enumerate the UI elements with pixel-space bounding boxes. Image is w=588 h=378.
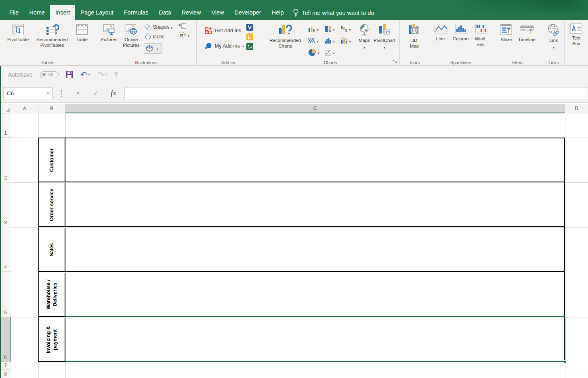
text-box-button[interactable]: Text Box xyxy=(568,21,585,47)
insert-statistic-chart-button[interactable] xyxy=(324,35,340,46)
row-header-6[interactable]: 6 xyxy=(0,317,11,362)
row-header-2[interactable]: 2 xyxy=(0,138,11,182)
tab-formulas[interactable]: Formulas xyxy=(119,5,153,20)
visio-data-visualizer-icon[interactable] xyxy=(246,24,253,31)
insert-combo-chart-button[interactable] xyxy=(340,35,356,46)
people-graph-icon[interactable] xyxy=(246,43,253,50)
column-header-a[interactable]: A xyxy=(11,104,38,113)
links-group-label: Links xyxy=(543,60,564,65)
row-header-4[interactable]: 4 xyxy=(0,227,11,272)
3d-models-dropdown-caret-icon[interactable] xyxy=(155,44,160,53)
my-addins-dropdown-caret-icon[interactable] xyxy=(242,43,244,49)
column-sparkline-button[interactable]: Column xyxy=(452,21,470,42)
enter-button[interactable]: ✓ xyxy=(89,87,103,99)
recommended-charts-label: Recommended Charts xyxy=(265,38,305,49)
insert-column-or-bar-chart-button[interactable] xyxy=(308,23,324,35)
get-addins-button[interactable]: Get Add-ins xyxy=(204,25,244,36)
redo-button[interactable]: ↷ ▾ xyxy=(97,71,107,79)
tab-data[interactable]: Data xyxy=(153,5,176,20)
tab-insert[interactable]: Insert xyxy=(50,5,75,20)
winloss-sparkline-button[interactable]: Win/Loss xyxy=(472,21,490,48)
titlebar-decoration xyxy=(418,0,588,14)
insert-waterfall-or-stock-chart-button[interactable] xyxy=(340,23,356,35)
get-addins-icon xyxy=(204,27,212,35)
cell-b6[interactable]: Invoicing & payment xyxy=(39,318,65,361)
cell-c4[interactable] xyxy=(66,228,564,271)
insert-scatter-or-bubble-chart-button[interactable] xyxy=(324,46,340,58)
winloss-sparkline-icon xyxy=(473,23,489,35)
ribbon-tab-bar: File Home Insert Page Layout Formulas Da… xyxy=(0,0,588,20)
bing-maps-icon[interactable] xyxy=(246,33,253,40)
tables-group-label: Tables xyxy=(0,60,96,65)
slicer-button[interactable]: Slicer xyxy=(498,21,514,43)
cell-b2[interactable]: Customer xyxy=(39,138,65,182)
slicer-icon xyxy=(500,23,513,36)
insert-pie-or-doughnut-chart-button[interactable] xyxy=(308,46,324,58)
tab-developer[interactable]: Developer xyxy=(229,5,267,20)
pictures-button[interactable]: Pictures xyxy=(99,21,119,43)
cell-c2[interactable] xyxy=(66,138,564,182)
insert-line-or-area-chart-button[interactable] xyxy=(308,35,324,46)
group-sparklines: Line Column xyxy=(429,20,492,65)
screenshot-button[interactable] xyxy=(178,31,193,39)
autosave-toggle[interactable]: Off xyxy=(40,71,59,78)
column-header-d[interactable]: D xyxy=(565,104,588,113)
icons-button[interactable]: Icons xyxy=(144,33,178,40)
row-header-3[interactable]: 3 xyxy=(0,182,11,227)
insert-hierarchy-chart-button[interactable] xyxy=(324,23,340,35)
my-addins-button[interactable]: My Add-ins xyxy=(204,41,244,51)
column-header-b[interactable]: B xyxy=(38,104,65,113)
cell-b5[interactable]: Warehouse / Deliveries xyxy=(39,273,65,316)
online-pictures-button[interactable]: Online Pictures xyxy=(119,21,144,48)
row-header-1[interactable]: 1 xyxy=(0,113,11,138)
row-header-5[interactable]: 5 xyxy=(0,272,11,317)
cell-c5[interactable] xyxy=(66,273,564,316)
screenshot-dropdown-caret-icon[interactable] xyxy=(188,31,190,39)
pivottable-button[interactable]: PivotTable xyxy=(6,21,30,43)
3d-map-button[interactable]: 3D Map xyxy=(406,21,422,49)
tab-page-layout[interactable]: Page Layout xyxy=(75,5,118,20)
select-all-button[interactable] xyxy=(0,104,11,113)
tab-review[interactable]: Review xyxy=(176,5,206,20)
row-header-8[interactable]: 8 xyxy=(0,370,11,378)
table-button[interactable]: Table xyxy=(74,21,90,43)
swimlane-sales: Sales xyxy=(39,228,564,272)
shapes-button[interactable]: Shapes xyxy=(144,23,178,31)
tab-view[interactable]: View xyxy=(206,5,229,20)
formula-input[interactable] xyxy=(124,87,588,99)
cell-b3[interactable]: Order service xyxy=(39,183,65,226)
maps-globe-icon xyxy=(357,23,371,37)
timeline-button[interactable]: Timeline xyxy=(517,21,537,43)
tab-home[interactable]: Home xyxy=(24,5,50,20)
tell-me-box[interactable]: Tell me what you want to do xyxy=(289,5,378,20)
insert-function-button[interactable]: fx xyxy=(107,87,120,99)
swimlane-warehouse-deliveries: Warehouse / Deliveries xyxy=(39,273,564,317)
maps-button[interactable]: Maps xyxy=(356,21,372,50)
customize-qat-button[interactable]: ▾ xyxy=(114,73,118,77)
save-button[interactable] xyxy=(66,71,73,78)
3d-models-button[interactable] xyxy=(144,43,162,54)
undo-dropdown-caret-icon[interactable]: ▾ xyxy=(88,73,90,77)
cancel-button[interactable]: × xyxy=(71,87,85,99)
smartart-button[interactable] xyxy=(178,23,193,29)
formula-bar-row: C6 ▾ × ✓ fx xyxy=(0,84,588,103)
recommended-charts-button[interactable]: Recommended Charts xyxy=(264,21,306,49)
undo-button[interactable]: ↶ ▾ xyxy=(80,71,90,79)
line-sparkline-button[interactable]: Line xyxy=(431,21,450,42)
tab-file[interactable]: File xyxy=(4,5,24,20)
cell-c3[interactable] xyxy=(66,183,564,226)
tab-help[interactable]: Help xyxy=(267,5,289,20)
row-header-7[interactable]: 7 xyxy=(0,362,11,370)
cell-b4[interactable]: Sales xyxy=(39,228,65,271)
online-pictures-icon xyxy=(125,23,138,36)
pivotchart-button[interactable]: PivotChart xyxy=(372,21,397,50)
recommended-pivottables-button[interactable]: Recommended PivotTables xyxy=(30,21,74,48)
active-cell-selection[interactable] xyxy=(65,316,565,362)
column-header-c[interactable]: C xyxy=(65,104,565,113)
fill-handle[interactable] xyxy=(564,360,567,363)
name-box[interactable]: C6 ▾ xyxy=(3,87,52,99)
shapes-dropdown-caret-icon[interactable] xyxy=(170,23,172,31)
my-addins-icon xyxy=(204,42,212,50)
link-button[interactable]: Link xyxy=(546,21,562,50)
name-box-caret-icon[interactable]: ▾ xyxy=(47,91,49,95)
